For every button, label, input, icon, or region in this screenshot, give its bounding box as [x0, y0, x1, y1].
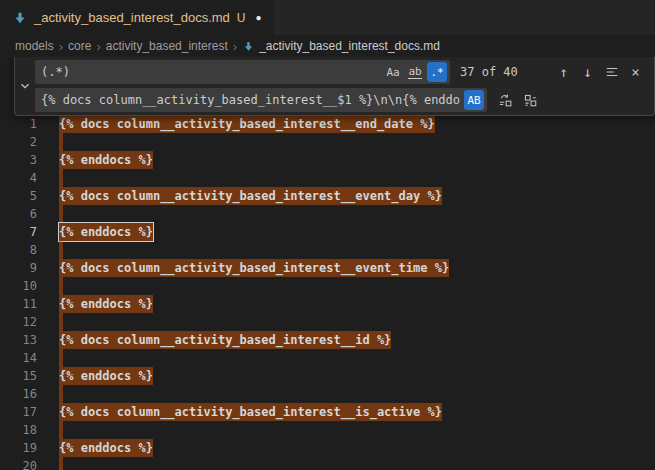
current-match-highlight: {% enddocs %} — [59, 223, 153, 241]
editor-line[interactable]: {% enddocs %} — [59, 439, 655, 457]
vscode-window: _activity_based_interest_docs.md U ● mod… — [0, 0, 655, 470]
breadcrumb: models › core › activity_based_interest … — [0, 35, 655, 57]
markdown-icon — [12, 10, 28, 26]
match-highlight — [59, 385, 63, 403]
breadcrumb-separator: › — [233, 39, 237, 54]
tab-activity-based-interest-docs[interactable]: _activity_based_interest_docs.md U ● — [0, 0, 275, 35]
line-number: 17 — [0, 403, 37, 421]
code-lines[interactable]: {% docs column__activity_based_interest_… — [46, 57, 655, 470]
match-highlight — [59, 277, 63, 295]
match-highlight — [59, 169, 63, 187]
replace-all-icon — [523, 93, 538, 108]
line-number: 15 — [0, 367, 37, 385]
whole-word-button[interactable]: ab — [405, 62, 425, 82]
breadcrumb-item-activity-based-interest[interactable]: activity_based_interest — [106, 39, 228, 53]
chevron-down-icon — [18, 79, 32, 93]
find-input-wrap: Aa ab .* — [35, 60, 450, 84]
replace-icon — [498, 93, 513, 108]
regex-button[interactable]: .* — [427, 62, 447, 82]
editor-line[interactable] — [59, 205, 655, 223]
line-number: 11 — [0, 295, 37, 313]
editor-line[interactable]: {% docs column__activity_based_interest_… — [59, 187, 655, 205]
editor-line[interactable]: {% enddocs %} — [59, 367, 655, 385]
find-in-selection-button[interactable] — [601, 62, 622, 83]
replace-all-button[interactable] — [520, 90, 541, 111]
editor-line[interactable]: {% docs column__activity_based_interest_… — [59, 331, 655, 349]
match-highlight — [59, 205, 63, 223]
find-widget: Aa ab .* 37 of 40 ↑ ↓ — [14, 57, 655, 116]
line-number: 4 — [0, 169, 37, 187]
selection-lines-icon — [605, 65, 619, 79]
preserve-case-button[interactable]: AB — [464, 90, 484, 110]
line-number: 18 — [0, 421, 37, 439]
editor-line[interactable] — [59, 169, 655, 187]
match-highlight — [59, 349, 63, 367]
editor-line[interactable] — [59, 385, 655, 403]
next-match-button[interactable]: ↓ — [577, 62, 598, 83]
editor-line[interactable]: {% docs column__activity_based_interest_… — [59, 403, 655, 421]
line-number: 6 — [0, 205, 37, 223]
tab-filename: _activity_based_interest_docs.md — [34, 10, 230, 25]
arrow-down-icon: ↓ — [583, 64, 591, 80]
editor[interactable]: 1234567891011121314151617181920 {% docs … — [0, 57, 655, 470]
match-highlight: {% docs column__activity_based_interest_… — [59, 403, 442, 421]
results-count: 37 of 40 — [460, 65, 518, 79]
match-highlight: {% enddocs %} — [59, 367, 153, 385]
match-highlight: {% docs column__activity_based_interest_… — [59, 115, 435, 133]
line-number: 3 — [0, 151, 37, 169]
match-highlight: {% docs column__activity_based_interest_… — [59, 187, 442, 205]
markdown-icon — [242, 40, 255, 53]
breadcrumb-file[interactable]: _activity_based_interest_docs.md — [242, 39, 440, 53]
breadcrumb-separator: › — [59, 39, 63, 54]
editor-line[interactable]: {% docs column__activity_based_interest_… — [59, 115, 655, 133]
line-number: 19 — [0, 439, 37, 457]
editor-line[interactable]: {% docs column__activity_based_interest_… — [59, 259, 655, 277]
match-highlight — [59, 421, 63, 439]
line-number: 2 — [0, 133, 37, 151]
editor-line[interactable]: {% enddocs %} — [59, 223, 655, 241]
match-highlight — [59, 313, 63, 331]
match-highlight: {% enddocs %} — [59, 151, 153, 169]
toggle-replace-button[interactable] — [15, 57, 35, 115]
breadcrumb-item-core[interactable]: core — [68, 39, 91, 53]
match-case-button[interactable]: Aa — [383, 62, 403, 82]
gutter: 1234567891011121314151617181920 — [0, 57, 46, 470]
editor-line[interactable]: {% enddocs %} — [59, 151, 655, 169]
replace-row: AB — [35, 88, 648, 112]
match-highlight: {% docs column__activity_based_interest_… — [59, 331, 391, 349]
line-number: 12 — [0, 313, 37, 331]
editor-line[interactable] — [59, 133, 655, 151]
previous-match-button[interactable]: ↑ — [553, 62, 574, 83]
line-number: 10 — [0, 277, 37, 295]
line-number: 5 — [0, 187, 37, 205]
match-highlight — [59, 457, 63, 470]
replace-button[interactable] — [495, 90, 516, 111]
line-number: 9 — [0, 259, 37, 277]
line-number: 7 — [0, 223, 37, 241]
editor-line[interactable]: {% enddocs %} — [59, 295, 655, 313]
unsaved-indicator[interactable]: ● — [256, 13, 262, 23]
line-number: 20 — [0, 457, 37, 470]
editor-line[interactable] — [59, 457, 655, 470]
find-row: Aa ab .* 37 of 40 ↑ ↓ — [35, 60, 648, 84]
editor-line[interactable] — [59, 277, 655, 295]
match-highlight: {% docs column__activity_based_interest_… — [59, 259, 449, 277]
match-highlight: {% enddocs %} — [59, 295, 153, 313]
line-number: 16 — [0, 385, 37, 403]
replace-input-wrap: AB — [35, 88, 487, 112]
editor-line[interactable] — [59, 421, 655, 439]
tab-bar: _activity_based_interest_docs.md U ● — [0, 0, 655, 35]
arrow-up-icon: ↑ — [559, 64, 567, 80]
match-highlight — [59, 133, 63, 151]
editor-line[interactable] — [59, 313, 655, 331]
close-icon: × — [631, 64, 639, 80]
replace-input[interactable] — [35, 88, 461, 112]
line-number: 14 — [0, 349, 37, 367]
line-number: 13 — [0, 331, 37, 349]
close-button[interactable]: × — [625, 62, 646, 83]
find-input[interactable] — [35, 60, 380, 84]
breadcrumb-item-models[interactable]: models — [15, 39, 54, 53]
editor-line[interactable] — [59, 241, 655, 259]
editor-line[interactable] — [59, 349, 655, 367]
line-number: 1 — [0, 115, 37, 133]
